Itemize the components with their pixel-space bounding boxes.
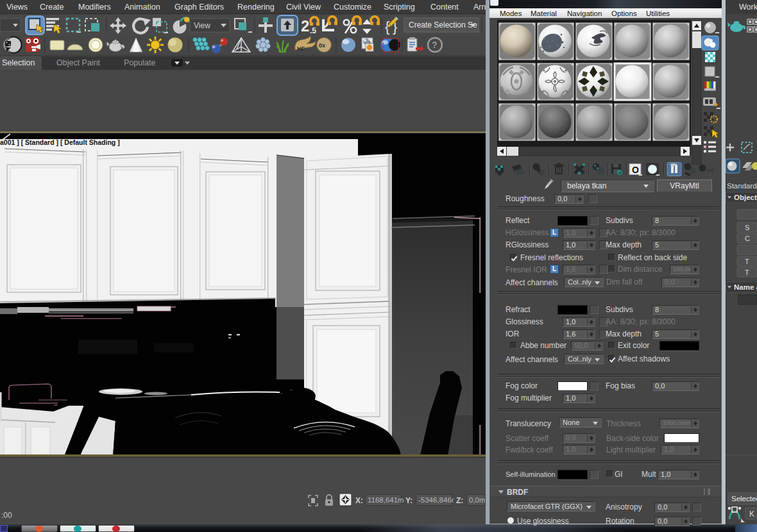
svg-text:T: T (745, 258, 749, 265)
svg-text:Standard Pr: Standard Pr (727, 182, 757, 190)
svg-text:O: O (632, 165, 639, 175)
svg-text:Name a: Name a (734, 283, 757, 291)
svg-text:View: View (194, 21, 210, 30)
svg-text:S: S (745, 224, 749, 231)
svg-text:Create Selection Se: Create Selection Se (409, 21, 477, 29)
svg-text:0x: 0x (319, 42, 325, 49)
svg-text:C: C (745, 235, 750, 242)
svg-text:2: 2 (301, 17, 309, 35)
svg-text:Selected: Selected (731, 495, 757, 503)
svg-text:T: T (745, 269, 749, 276)
svg-text:K: K (749, 510, 754, 519)
svg-text:a001 ] [ Standard ] [ Default: a001 ] [ Standard ] [ Default Shading ] (0, 138, 120, 146)
svg-text:.5: .5 (310, 26, 316, 35)
svg-text:Object T: Object T (734, 194, 757, 201)
svg-text:?: ? (432, 40, 438, 50)
svg-text:HF: HF (297, 46, 305, 52)
